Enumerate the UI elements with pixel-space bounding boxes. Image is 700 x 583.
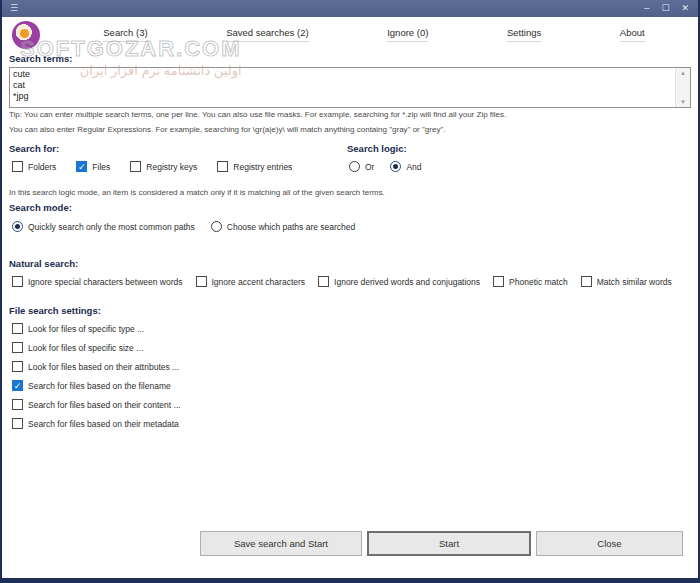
app-window: ☰ – ☐ ✕ Search (3) Saved searches (2) Ig…: [0, 0, 700, 583]
checkbox-label: Look for files of specific size ...: [28, 343, 143, 353]
checkbox-icon[interactable]: [76, 161, 87, 172]
checkbox-label: Ignore accent characters: [212, 277, 306, 287]
scrollbar[interactable]: ▲ ▼: [675, 68, 690, 107]
checkbox-filename[interactable]: Search for files based on the filename: [12, 376, 181, 395]
search-terms-label: Search terms:: [9, 53, 72, 64]
checkbox-label: Registry keys: [146, 162, 197, 172]
file-search-settings-label: File search settings:: [9, 305, 101, 316]
checkbox-registry-entries[interactable]: Registry entries: [217, 161, 292, 172]
radio-label: Choose which paths are searched: [227, 222, 356, 232]
tab-about[interactable]: About: [620, 27, 645, 42]
search-terms-box: cute cat *jpg ▲ ▼: [9, 67, 691, 108]
checkbox-icon[interactable]: [12, 323, 23, 334]
checkbox-label: Look for files of specific type ...: [28, 324, 144, 334]
checkbox-icon[interactable]: [12, 161, 23, 172]
checkbox-label: Registry entries: [233, 162, 292, 172]
tab-settings[interactable]: Settings: [507, 27, 541, 42]
natural-search-label: Natural search:: [9, 258, 78, 269]
radio-or[interactable]: Or: [349, 161, 374, 172]
tab-ignore[interactable]: Ignore (0): [387, 27, 428, 42]
checkbox-folders[interactable]: Folders: [12, 161, 56, 172]
start-button[interactable]: Start: [367, 531, 531, 556]
checkbox-ignore-derived-words[interactable]: Ignore derived words and conjugations: [318, 276, 480, 287]
checkbox-label: Ignore special characters between words: [28, 277, 183, 287]
checkbox-label: Files: [92, 162, 110, 172]
checkbox-icon[interactable]: [12, 276, 23, 287]
checkbox-ignore-accents[interactable]: Ignore accent characters: [196, 276, 306, 287]
checkbox-specific-type[interactable]: Look for files of specific type ...: [12, 319, 181, 338]
radio-label: Or: [365, 162, 374, 172]
search-logic-options: Or And: [349, 161, 422, 172]
radio-icon[interactable]: [349, 161, 360, 172]
tab-search[interactable]: Search (3): [103, 27, 147, 42]
radio-quick-search[interactable]: Quickly search only the most common path…: [12, 221, 195, 232]
search-for-label: Search for:: [9, 143, 59, 154]
checkbox-icon[interactable]: [318, 276, 329, 287]
minimize-button[interactable]: –: [644, 4, 649, 13]
app-logo-icon: [12, 21, 40, 49]
footer-button-row: Save search and Start Start Close: [200, 531, 683, 556]
checkbox-label: Look for files based on their attributes…: [28, 362, 179, 372]
checkbox-metadata[interactable]: Search for files based on their metadata: [12, 414, 181, 433]
close-dialog-button[interactable]: Close: [536, 531, 683, 556]
scroll-up-icon[interactable]: ▲: [676, 68, 690, 78]
radio-choose-paths[interactable]: Choose which paths are searched: [211, 221, 356, 232]
checkbox-content[interactable]: Search for files based on their content …: [12, 395, 181, 414]
checkbox-match-similar-words[interactable]: Match similar words: [581, 276, 672, 287]
checkbox-label: Phonetic match: [509, 277, 568, 287]
checkbox-label: Match similar words: [597, 277, 672, 287]
radio-icon[interactable]: [211, 221, 222, 232]
checkbox-label: Folders: [28, 162, 56, 172]
search-for-options: Folders Files Registry keys Registry ent…: [12, 161, 292, 172]
checkbox-phonetic-match[interactable]: Phonetic match: [493, 276, 568, 287]
checkbox-icon[interactable]: [493, 276, 504, 287]
regex-tip: You can also enter Regular Expressions. …: [9, 125, 445, 134]
checkbox-icon[interactable]: [12, 399, 23, 410]
search-terms-input[interactable]: cute cat *jpg: [10, 68, 675, 107]
checkbox-label: Ignore derived words and conjugations: [334, 277, 480, 287]
tab-strip: Search (3) Saved searches (2) Ignore (0)…: [64, 27, 684, 42]
menu-icon[interactable]: ☰: [10, 4, 18, 13]
radio-icon[interactable]: [12, 221, 23, 232]
checkbox-attributes[interactable]: Look for files based on their attributes…: [12, 357, 181, 376]
checkbox-files[interactable]: Files: [76, 161, 110, 172]
checkbox-specific-size[interactable]: Look for files of specific size ...: [12, 338, 181, 357]
search-mode-options: Quickly search only the most common path…: [12, 221, 355, 232]
maximize-button[interactable]: ☐: [661, 4, 669, 13]
radio-icon[interactable]: [390, 161, 401, 172]
scroll-down-icon[interactable]: ▼: [676, 97, 690, 107]
checkbox-icon[interactable]: [12, 361, 23, 372]
checkbox-label: Search for files based on the filename: [28, 381, 171, 391]
search-mode-label: Search mode:: [9, 202, 72, 213]
checkbox-icon[interactable]: [130, 161, 141, 172]
checkbox-icon[interactable]: [12, 418, 23, 429]
close-button[interactable]: ✕: [681, 4, 689, 13]
checkbox-registry-keys[interactable]: Registry keys: [130, 161, 197, 172]
radio-label: And: [406, 162, 421, 172]
checkbox-label: Search for files based on their metadata: [28, 419, 179, 429]
search-logic-explanation: In this search logic mode, an item is co…: [9, 188, 385, 197]
checkbox-label: Search for files based on their content …: [28, 400, 181, 410]
checkbox-icon[interactable]: [196, 276, 207, 287]
natural-search-options: Ignore special characters between words …: [12, 276, 672, 287]
title-bar: ☰ – ☐ ✕: [2, 0, 698, 17]
checkbox-icon[interactable]: [12, 342, 23, 353]
checkbox-ignore-special-chars[interactable]: Ignore special characters between words: [12, 276, 183, 287]
save-search-and-start-button[interactable]: Save search and Start: [200, 531, 362, 556]
search-logic-label: Search logic:: [347, 143, 407, 154]
checkbox-icon[interactable]: [217, 161, 228, 172]
file-search-settings-options: Look for files of specific type ... Look…: [12, 319, 181, 433]
radio-and[interactable]: And: [390, 161, 421, 172]
checkbox-icon[interactable]: [581, 276, 592, 287]
window-controls: – ☐ ✕: [644, 4, 689, 13]
tab-saved-searches[interactable]: Saved searches (2): [226, 27, 308, 42]
search-terms-tip: Tip: You can enter multiple search terms…: [9, 110, 506, 119]
radio-label: Quickly search only the most common path…: [28, 222, 195, 232]
checkbox-icon[interactable]: [12, 380, 23, 391]
nav-bar: Search (3) Saved searches (2) Ignore (0)…: [2, 17, 698, 52]
